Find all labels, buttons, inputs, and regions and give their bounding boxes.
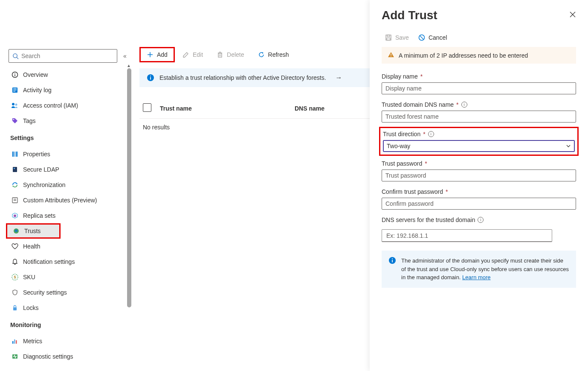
nav-metrics[interactable]: Metrics [9, 333, 130, 349]
nav-trusts[interactable]: Trusts [6, 223, 61, 239]
tags-icon [11, 117, 19, 125]
svg-rect-6 [13, 88, 17, 89]
nav-secure-ldap[interactable]: Secure LDAP [9, 162, 130, 177]
nav-top: Overview Activity log Access control (IA… [9, 67, 130, 129]
nav-activity-log[interactable]: Activity log [9, 82, 130, 98]
svg-rect-8 [13, 91, 15, 91]
custom-attributes-icon [11, 196, 19, 204]
svg-marker-18 [12, 185, 13, 187]
close-panel-button[interactable] [569, 11, 576, 20]
nav-replica-sets[interactable]: Replica sets [9, 208, 130, 223]
warning-banner: A minimum of 2 IP addresses need to be e… [382, 47, 576, 64]
nav-diagnostic-settings[interactable]: Diagnostic settings [9, 349, 130, 364]
dns-servers-input[interactable] [382, 229, 552, 242]
search-input[interactable] [21, 53, 113, 59]
svg-rect-54 [392, 258, 393, 259]
svg-marker-17 [17, 183, 17, 184]
delete-label: Delete [227, 51, 244, 58]
svg-point-10 [15, 104, 17, 106]
health-icon [11, 242, 19, 250]
svg-rect-13 [14, 152, 16, 157]
display-name-input[interactable] [382, 82, 576, 94]
trust-direction-label: Trust direction* i [383, 131, 575, 137]
info-icon [388, 257, 396, 264]
pencil-icon [182, 51, 189, 58]
svg-rect-16 [14, 168, 15, 169]
svg-rect-4 [14, 74, 15, 76]
refresh-button[interactable]: Refresh [252, 47, 295, 62]
chevron-down-icon [566, 143, 571, 149]
svg-line-1 [17, 57, 18, 59]
nav-health[interactable]: Health [9, 239, 130, 254]
iam-icon [11, 102, 19, 109]
svg-rect-15 [13, 167, 17, 172]
add-button[interactable]: Add [139, 47, 175, 62]
nav-notification-settings[interactable]: Notification settings [9, 254, 130, 269]
nav-security-settings[interactable]: Security settings [9, 285, 130, 300]
activity-log-icon [11, 86, 19, 94]
info-tooltip-icon[interactable]: i [461, 102, 467, 108]
confirm-password-label: Confirm trust password* [382, 188, 576, 195]
svg-rect-21 [14, 200, 16, 201]
monitoring-header: Monitoring [9, 315, 130, 332]
svg-rect-3 [14, 73, 15, 74]
sync-icon [11, 181, 19, 189]
security-icon [11, 289, 19, 296]
nav-synchronization[interactable]: Synchronization [9, 177, 130, 193]
col-trust-name[interactable]: Trust name [160, 105, 288, 112]
nav-overview[interactable]: Overview [9, 67, 130, 82]
nav-sku[interactable]: $ SKU [9, 269, 130, 285]
svg-rect-34 [218, 53, 222, 57]
nav-locks[interactable]: Locks [9, 300, 130, 315]
confirm-password-input[interactable] [382, 198, 576, 210]
svg-rect-28 [12, 341, 14, 344]
edit-button: Edit [177, 47, 209, 62]
nav-label: Diagnostic settings [23, 353, 73, 360]
nav-label: Metrics [23, 338, 42, 345]
warning-icon [388, 51, 394, 59]
trust-direction-select[interactable]: Two-way [383, 140, 575, 152]
dns-servers-label: DNS servers for the trusted domain i [382, 216, 576, 223]
nav-label: Security settings [23, 289, 67, 296]
svg-rect-14 [16, 152, 17, 157]
trust-password-input[interactable] [382, 169, 576, 181]
collapse-sidebar-button[interactable]: « [120, 53, 130, 59]
svg-rect-7 [13, 90, 17, 90]
info-tooltip-icon[interactable]: i [428, 131, 434, 137]
nav-label: Notification settings [23, 258, 75, 265]
nav-custom-attributes[interactable]: Custom Attributes (Preview) [9, 193, 130, 208]
arrow-right-icon: → [336, 74, 342, 82]
info-tooltip-icon[interactable]: i [478, 217, 484, 223]
diagnostic-icon [11, 353, 19, 360]
nav-monitoring: Metrics Diagnostic settings [9, 333, 130, 364]
learn-more-link[interactable]: Learn more [462, 274, 490, 280]
trust-direction-group: Trust direction* i Two-way [379, 127, 579, 156]
cancel-button[interactable]: Cancel [418, 34, 447, 41]
nav-label: Custom Attributes (Preview) [23, 197, 97, 204]
nav-access-control[interactable]: Access control (IAM) [9, 98, 130, 113]
overview-icon [11, 71, 19, 79]
trusts-icon [12, 227, 20, 235]
search-icon [12, 53, 19, 59]
save-icon [385, 34, 392, 41]
settings-header: Settings [9, 129, 130, 145]
search-box[interactable] [9, 49, 117, 63]
locks-icon [11, 304, 19, 312]
trash-icon [217, 51, 223, 58]
nav-label: Synchronization [23, 181, 66, 188]
svg-text:$: $ [14, 275, 16, 279]
dns-name-input[interactable] [382, 111, 576, 123]
nav-label: Properties [23, 151, 50, 158]
save-button: Save [385, 34, 409, 41]
nav-tags[interactable]: Tags [9, 113, 130, 129]
nav-properties[interactable]: Properties [9, 146, 130, 162]
info-box: The administrator of the domain you spec… [382, 251, 576, 288]
panel-title: Add Trust [382, 9, 437, 22]
nav-label: Access control (IAM) [23, 102, 78, 109]
svg-point-11 [13, 119, 14, 120]
metrics-icon [11, 337, 19, 345]
save-label: Save [395, 34, 409, 41]
properties-icon [11, 150, 19, 158]
svg-marker-23 [14, 214, 16, 217]
select-all-checkbox[interactable] [143, 103, 151, 112]
